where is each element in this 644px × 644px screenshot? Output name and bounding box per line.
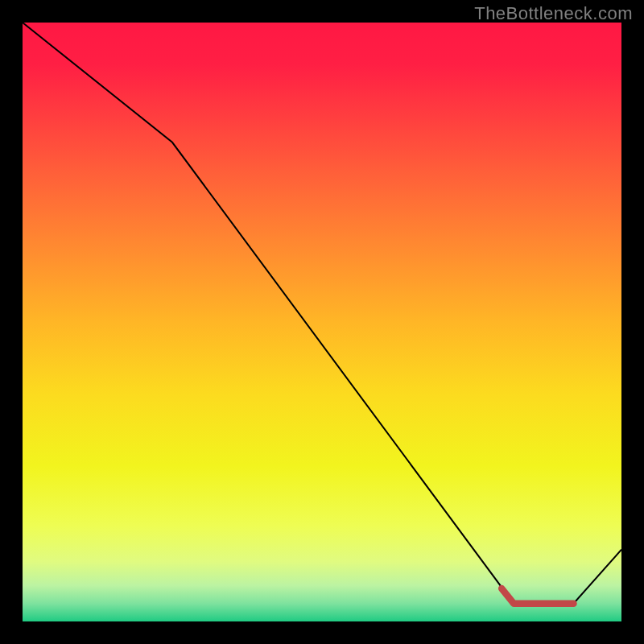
chart-svg xyxy=(23,23,621,621)
watermark-text: TheBottleneck.com xyxy=(474,3,633,24)
background-gradient xyxy=(23,23,621,621)
chart-frame: TheBottleneck.com xyxy=(0,0,644,644)
plot-area xyxy=(23,23,621,621)
